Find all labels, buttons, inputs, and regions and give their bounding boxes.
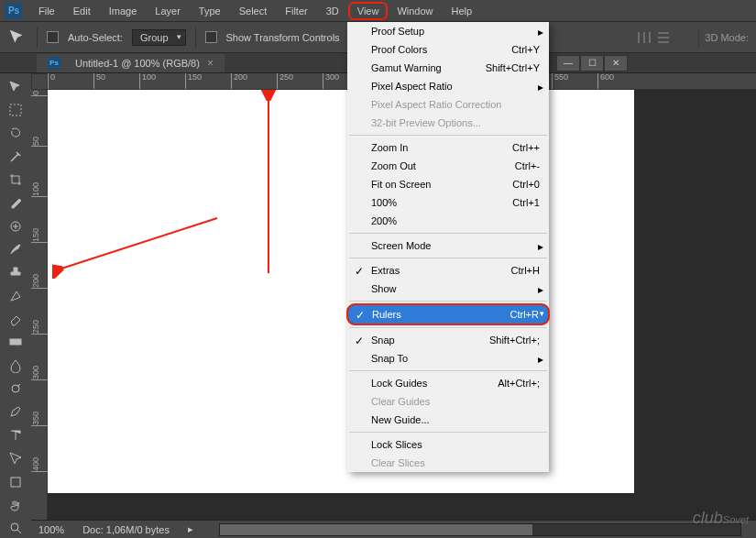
h-scrollbar[interactable] <box>219 523 741 536</box>
ruler-corner <box>31 73 48 90</box>
menu-filter[interactable]: Filter <box>276 2 316 20</box>
eyedrop-tool[interactable] <box>5 193 27 213</box>
svg-rect-2 <box>649 32 651 43</box>
document-tab[interactable]: Ps Untitled-1 @ 100% (RGB/8) × <box>37 54 225 72</box>
close-button[interactable]: ✕ <box>604 55 628 71</box>
type-tool[interactable] <box>5 425 27 445</box>
ruler-v-tick: 300 <box>31 365 48 380</box>
svg-rect-8 <box>10 339 21 345</box>
menu-3d[interactable]: 3D <box>317 2 348 20</box>
menu-select[interactable]: Select <box>230 2 277 20</box>
menu-item-gamut-warning[interactable]: Gamut WarningShift+Ctrl+Y <box>347 59 549 77</box>
menu-file[interactable]: File <box>29 2 64 20</box>
menu-item-screen-mode[interactable]: Screen Mode <box>347 236 549 255</box>
menu-item-lock-guides[interactable]: Lock GuidesAlt+Ctrl+; <box>347 374 549 392</box>
ruler-v-tick: 250 <box>31 319 48 335</box>
gradient-tool[interactable] <box>5 333 27 352</box>
menu-item-snap-to[interactable]: Snap To <box>347 349 549 368</box>
ruler-h-tick: 300 <box>323 73 339 90</box>
svg-rect-6 <box>10 104 21 115</box>
ruler-h-tick: 0 <box>48 73 55 90</box>
ruler-vertical[interactable]: 050100150200250300350400 <box>31 90 48 520</box>
menu-item-lock-slices[interactable]: Lock Slices <box>347 435 549 454</box>
heal-tool[interactable] <box>5 216 27 236</box>
menu-window[interactable]: Window <box>388 2 442 20</box>
group-select[interactable]: Group <box>132 29 186 46</box>
menu-item-show[interactable]: Show <box>347 280 549 298</box>
tab-title: Untitled-1 @ 100% (RGB/8) <box>75 58 200 69</box>
auto-select-label: Auto-Select: <box>68 32 123 43</box>
tools-panel <box>0 73 31 538</box>
svg-line-12 <box>61 218 217 269</box>
minimize-button[interactable]: — <box>556 55 580 71</box>
menu-item-rulers[interactable]: RulersCtrl+R <box>347 304 549 324</box>
menu-item-pixel-aspect-ratio[interactable]: Pixel Aspect Ratio <box>347 77 549 95</box>
shape-tool[interactable] <box>5 472 27 491</box>
ruler-h-tick: 50 <box>93 73 105 90</box>
crop-tool[interactable] <box>5 170 27 189</box>
menu-type[interactable]: Type <box>190 2 230 20</box>
menu-image[interactable]: Image <box>100 2 147 20</box>
annotation-arrow-1 <box>52 209 226 282</box>
transform-checkbox[interactable] <box>205 31 217 43</box>
ruler-v-tick: 400 <box>31 456 48 472</box>
history-tool[interactable] <box>5 286 27 305</box>
ruler-v-tick: 100 <box>31 181 48 197</box>
menu-item-zoom-in[interactable]: Zoom InCtrl++ <box>347 138 549 157</box>
status-bar: 100% Doc: 1,06M/0 bytes ▸ <box>31 520 756 538</box>
ruler-h-tick: 200 <box>231 73 247 90</box>
menu-edit[interactable]: Edit <box>64 2 100 20</box>
menu-item-clear-slices: Clear Slices <box>347 454 549 472</box>
app-logo[interactable]: Ps <box>5 3 22 19</box>
stamp-tool[interactable] <box>5 263 27 282</box>
ruler-h-tick: 600 <box>597 73 614 90</box>
marquee-tool[interactable] <box>5 100 27 119</box>
annotation-arrow-2 <box>255 90 282 282</box>
menu-item-200-[interactable]: 200% <box>347 212 549 230</box>
menu-item-zoom-out[interactable]: Zoom OutCtrl+- <box>347 157 549 175</box>
ruler-h-tick: 100 <box>139 73 156 90</box>
menu-item-proof-setup[interactable]: Proof Setup <box>347 22 549 40</box>
svg-rect-10 <box>11 478 20 487</box>
menu-item-fit-on-screen[interactable]: Fit on ScreenCtrl+0 <box>347 175 549 193</box>
menu-item-pixel-aspect-ratio-correction: Pixel Aspect Ratio Correction <box>347 95 549 114</box>
menu-item-32-bit-preview-options-: 32-bit Preview Options... <box>347 114 549 132</box>
align-icons[interactable] <box>638 30 693 45</box>
blur-tool[interactable] <box>5 356 27 375</box>
move-tool-icon <box>7 27 27 48</box>
menu-help[interactable]: Help <box>443 2 482 20</box>
menu-item-100-[interactable]: 100%Ctrl+1 <box>347 193 549 212</box>
menu-item-new-guide-[interactable]: New Guide... <box>347 411 549 429</box>
3d-mode-label: 3D Mode: <box>705 32 749 43</box>
wand-tool[interactable] <box>5 147 27 166</box>
dodge-tool[interactable] <box>5 379 27 398</box>
menu-item-snap[interactable]: SnapShift+Ctrl+; <box>347 331 549 349</box>
hand-tool[interactable] <box>5 495 27 514</box>
ruler-v-tick: 200 <box>31 273 48 289</box>
brush-tool[interactable] <box>5 239 27 258</box>
transform-label: Show Transform Controls <box>226 32 340 43</box>
menu-layer[interactable]: Layer <box>146 2 190 20</box>
move-tool[interactable] <box>5 77 27 96</box>
close-tab-icon[interactable]: × <box>207 57 214 70</box>
menu-item-extras[interactable]: ExtrasCtrl+H <box>347 261 549 280</box>
auto-select-checkbox[interactable] <box>47 31 59 43</box>
menu-view[interactable]: View <box>348 2 389 20</box>
ruler-h-tick: 150 <box>185 73 202 90</box>
menubar: Ps FileEditImageLayerTypeSelectFilter3DV… <box>0 0 756 22</box>
ruler-v-tick: 50 <box>31 136 48 147</box>
svg-rect-4 <box>658 37 669 38</box>
menu-item-proof-colors[interactable]: Proof ColorsCtrl+Y <box>347 40 549 59</box>
doc-size: Doc: 1,06M/0 bytes <box>82 524 170 535</box>
eraser-tool[interactable] <box>5 309 27 328</box>
lasso-tool[interactable] <box>5 124 27 143</box>
svg-rect-0 <box>638 32 640 43</box>
path-tool[interactable] <box>5 449 27 468</box>
zoom-tool[interactable] <box>5 519 27 538</box>
maximize-button[interactable]: ☐ <box>580 55 604 71</box>
svg-rect-1 <box>643 32 645 43</box>
ruler-h-tick: 250 <box>277 73 293 90</box>
zoom-level[interactable]: 100% <box>38 524 64 535</box>
ruler-v-tick: 0 <box>31 90 48 96</box>
pen-tool[interactable] <box>5 402 27 422</box>
